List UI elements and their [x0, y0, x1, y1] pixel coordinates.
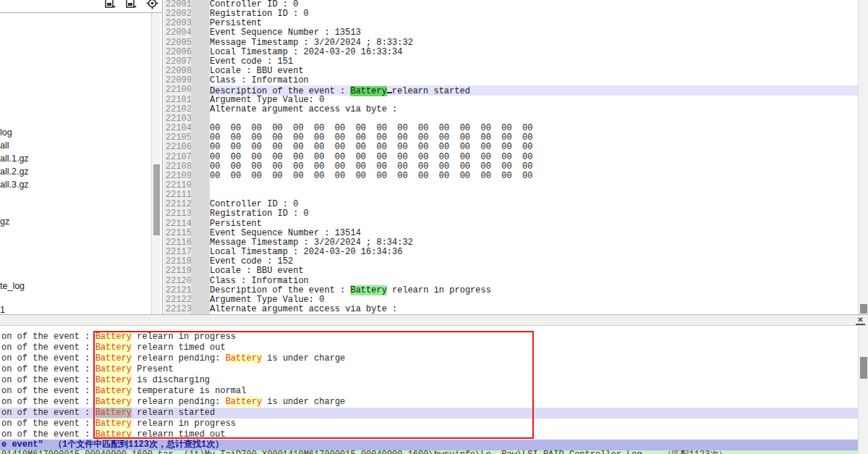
result-match-highlight: Battery: [95, 429, 132, 440]
search-results-header: ✕: [0, 314, 868, 326]
line-number: 22115: [163, 229, 191, 238]
editor-line: Registration ID : 0: [210, 209, 858, 219]
result-match-highlight: Battery: [226, 353, 262, 363]
editor-line: 00 00 00 00 00 00 00 00 00 00 00 00 00 0…: [210, 153, 858, 162]
search-match-highlight: Battery: [350, 86, 386, 96]
view-log-icon[interactable]: [125, 0, 137, 9]
status-bar-path: 01410M617000015-00040900-1600.tar (1t)My…: [0, 450, 858, 454]
result-match-highlight: Battery: [95, 364, 132, 374]
results-scrollbar[interactable]: [858, 327, 868, 454]
line-number: 22121: [163, 286, 191, 295]
search-result-row[interactable]: on of the event : Battery relearn timed …: [0, 342, 226, 353]
editor-line: 00 00 00 00 00 00 00 00 00 00 00 00 00 0…: [210, 172, 858, 181]
result-match-highlight: Battery: [95, 386, 132, 396]
result-match-highlight: Battery: [95, 419, 132, 429]
line-number: 22101: [163, 96, 191, 105]
line-number: 22106: [163, 143, 191, 152]
tree-item[interactable]: all.3.gz: [0, 180, 32, 190]
search-results-panel: ✕ on of the event : Battery relearn in p…: [0, 314, 868, 454]
line-number: 22102: [163, 105, 191, 114]
editor-text-area[interactable]: Controller ID : 0Registration ID : 0Pers…: [210, 0, 858, 314]
tree-item[interactable]: gz: [0, 217, 12, 227]
editor-scrollbar-thumb[interactable]: [860, 304, 867, 314]
file-tree-panel: logallall.1.gzall.2.gzall.3.gzgzte_log1l…: [0, 12, 163, 314]
file-tree-scrollbar[interactable]: [151, 13, 161, 314]
result-match-highlight: Battery: [95, 353, 132, 363]
editor-line: Event code : 151: [210, 57, 858, 67]
line-number: 22095: [163, 38, 191, 48]
editor-line: Event code : 152: [210, 257, 858, 266]
editor-line: Locale : BBU event: [210, 266, 858, 276]
tree-item[interactable]: te_log: [0, 281, 27, 292]
editor-scrollbar[interactable]: [858, 0, 868, 314]
line-number: 22107: [163, 153, 191, 162]
search-summary: e event" （1个文件中匹配到1123次，总计查找1次）: [0, 440, 858, 450]
editor-line: Description of the event : Batteryrelear…: [210, 85, 858, 95]
result-match-highlight: Battery: [95, 375, 132, 385]
tree-item[interactable]: all.1.gz: [0, 154, 32, 164]
search-result-row[interactable]: on of the event : Battery relearn pendin…: [0, 397, 345, 408]
toolbar: [0, 0, 163, 12]
search-result-row[interactable]: on of the event : Battery is discharging: [0, 375, 210, 386]
line-number: 22094: [163, 28, 191, 38]
editor-line: Class : Information: [210, 277, 858, 286]
search-result-row[interactable]: on of the event : Battery Present: [0, 364, 174, 375]
line-number-gutter: 2209122092220932209422095220962209722098…: [163, 0, 191, 314]
results-scrollbar-thumb[interactable]: [860, 357, 867, 379]
file-tree-scrollbar-thumb[interactable]: [153, 164, 160, 235]
editor-line: [210, 190, 858, 200]
search-results-list: on of the event : Battery relearn in pro…: [0, 327, 868, 454]
locate-target-icon[interactable]: [146, 0, 158, 9]
line-number: 22108: [163, 162, 191, 172]
export-log-icon[interactable]: [104, 0, 116, 9]
line-number: 22114: [163, 219, 191, 229]
editor-line: Description of the event : Battery relea…: [210, 286, 858, 295]
result-match-highlight: Battery: [95, 397, 132, 407]
search-result-row[interactable]: on of the event : Battery relearn in pro…: [0, 332, 236, 342]
line-number: 22100: [163, 85, 191, 95]
editor-line: Alternate argument access via byte :: [210, 105, 858, 114]
tree-item[interactable]: all.2.gz: [0, 167, 32, 177]
editor-line: Alternate argument access via byte :: [210, 305, 858, 314]
tree-item[interactable]: 1: [0, 305, 8, 314]
search-result-row[interactable]: on of the event : Battery relearn pendin…: [0, 353, 345, 364]
line-number: 22123: [163, 305, 191, 314]
result-match-highlight: Battery: [95, 342, 132, 353]
line-number: 22109: [163, 172, 191, 181]
result-match-highlight: Battery: [226, 397, 262, 407]
editor-line: Local Timestamp : 2024-03-20 16:33:34: [210, 48, 858, 57]
editor-line: Event Sequence Number : 13513: [210, 28, 858, 38]
line-number: 22113: [163, 209, 191, 219]
editor-line: Argument Type Value: 0: [210, 96, 858, 105]
search-result-row[interactable]: on of the event : Battery relearn starte…: [0, 408, 858, 419]
line-number: 22096: [163, 48, 191, 57]
search-result-row[interactable]: on of the event : Battery temperature is…: [0, 386, 246, 397]
line-number: 22120: [163, 277, 191, 286]
editor-line: Class : Information: [210, 76, 858, 85]
editor-line: 00 00 00 00 00 00 00 00 00 00 00 00 00 0…: [210, 162, 858, 172]
log-editor[interactable]: 2209122092220932209422095220962209722098…: [163, 0, 858, 314]
editor-line: Local Timestamp : 2024-03-20 16:34:36: [210, 248, 858, 257]
text-caret: [387, 85, 392, 93]
editor-line: Persistent: [210, 219, 858, 229]
search-result-row[interactable]: on of the event : Battery relearn in pro…: [0, 419, 236, 429]
editor-line: Message Timestamp : 3/20/2024 ; 8:33:32: [210, 38, 858, 48]
result-match-highlight: Battery: [95, 332, 132, 342]
editor-line: Event Sequence Number : 13514: [210, 229, 858, 238]
result-match-highlight: Battery: [95, 408, 132, 418]
line-number: 22119: [163, 266, 191, 276]
editor-line: [210, 181, 858, 190]
panel-divider[interactable]: [162, 0, 163, 314]
tree-item[interactable]: all: [0, 140, 12, 151]
editor-line: Registration ID : 0: [210, 9, 858, 19]
editor-line: 00 00 00 00 00 00 00 00 00 00 00 00 00 0…: [210, 143, 858, 152]
tree-item[interactable]: log: [0, 127, 15, 138]
search-match-highlight: Battery: [350, 285, 386, 295]
bookmark-margin: [191, 0, 210, 314]
close-icon[interactable]: ✕: [856, 316, 865, 325]
